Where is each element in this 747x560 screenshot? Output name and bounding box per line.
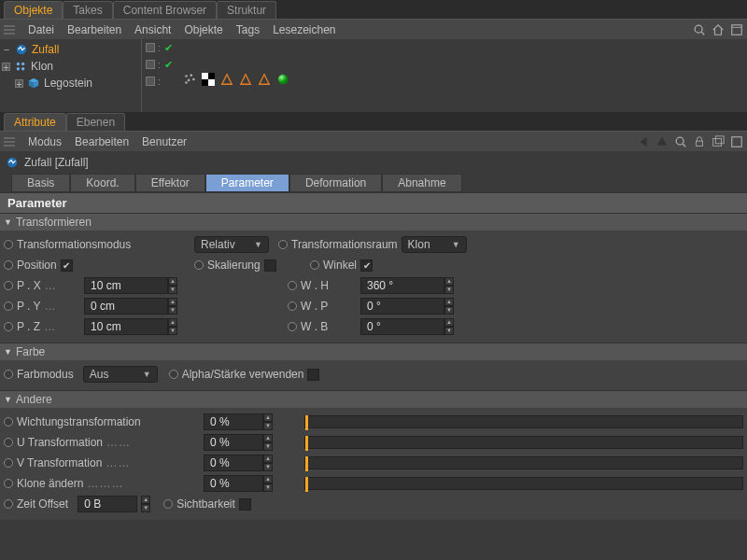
anim-dot[interactable] [278, 240, 288, 249]
anim-dot[interactable] [169, 370, 178, 379]
layer-cell[interactable]: :✔ [142, 56, 179, 73]
layer-options-icon[interactable]: : [158, 43, 162, 53]
checker-tag-icon[interactable] [202, 73, 215, 86]
spinner-pz[interactable]: ▲▼ [168, 318, 177, 335]
checkbox-sichtbarkeit[interactable] [239, 498, 251, 511]
spinner-wp[interactable]: ▲▼ [444, 298, 454, 315]
maximize-icon[interactable] [730, 23, 743, 36]
input-pz[interactable]: 10 cm [84, 318, 168, 335]
lock-icon[interactable] [693, 135, 706, 148]
anim-dot[interactable] [4, 322, 13, 331]
menu-tags[interactable]: Tags [236, 23, 260, 36]
spinner-px[interactable]: ▲▼ [168, 277, 177, 294]
checkbox-skalierung[interactable] [264, 259, 276, 272]
layer-cell[interactable]: : [142, 73, 179, 90]
tab-content-browser[interactable]: Content Browser [113, 1, 217, 19]
anim-dot[interactable] [4, 281, 13, 290]
home-icon[interactable] [712, 23, 725, 36]
menu-modus[interactable]: Modus [28, 135, 62, 148]
new-window-icon[interactable] [712, 135, 725, 148]
anim-dot[interactable] [4, 499, 13, 509]
slider-weight[interactable] [304, 415, 743, 428]
input-u-transformation[interactable]: 0 % [204, 434, 263, 451]
tab-attribute[interactable]: Attribute [4, 113, 66, 131]
tab-objekte[interactable]: Objekte [4, 1, 63, 19]
warning-tag-icon[interactable] [258, 73, 271, 86]
checkbox-alpha[interactable] [307, 369, 319, 381]
group-header-transformieren[interactable]: ▼ Transformieren [0, 213, 747, 231]
anim-dot[interactable] [4, 438, 13, 447]
expand-icon[interactable]: + [15, 79, 23, 88]
tab-koord[interactable]: Koord. [70, 174, 134, 192]
menu-lesezeichen[interactable]: Lesezeichen [273, 23, 335, 36]
input-wh[interactable]: 360 ° [360, 277, 444, 294]
input-px[interactable]: 10 cm [84, 277, 168, 294]
menu-ansicht[interactable]: Ansicht [134, 23, 171, 36]
menu-benutzer[interactable]: Benutzer [142, 135, 187, 148]
anim-dot[interactable] [310, 260, 319, 270]
nav-up-icon[interactable] [655, 135, 669, 148]
input-v-transformation[interactable]: 0 % [204, 455, 263, 471]
tab-takes[interactable]: Takes [63, 1, 112, 19]
spinner-wh[interactable]: ▲▼ [444, 277, 454, 294]
input-klone-aendern[interactable]: 0 % [204, 475, 263, 492]
anim-dot[interactable] [288, 322, 297, 331]
input-py[interactable]: 0 cm [84, 298, 168, 315]
tab-effektor[interactable]: Effektor [135, 174, 205, 192]
collapse-icon[interactable]: − [2, 44, 11, 55]
anim-dot[interactable] [4, 260, 13, 270]
anim-dot[interactable] [4, 370, 13, 379]
anim-dot[interactable] [4, 240, 13, 249]
nav-back-icon[interactable] [637, 135, 650, 148]
search-icon[interactable] [693, 23, 706, 36]
slider-thumb[interactable] [305, 415, 308, 430]
menu-objekte[interactable]: Objekte [184, 23, 222, 36]
tab-struktur[interactable]: Struktur [217, 1, 276, 19]
spinner-u-transformation[interactable]: ▲▼ [263, 434, 273, 451]
anim-dot[interactable] [288, 281, 297, 290]
slider-thumb[interactable] [305, 477, 308, 492]
material-tag-icon[interactable] [276, 73, 289, 86]
anim-dot[interactable] [163, 499, 173, 509]
menu-datei[interactable]: Datei [28, 23, 54, 36]
anim-dot[interactable] [4, 479, 13, 488]
spinner-klone[interactable]: ▲▼ [263, 475, 273, 492]
input-wb[interactable]: 0 ° [360, 318, 444, 335]
spinner-zeit-offset[interactable]: ▲▼ [141, 496, 150, 512]
group-header-andere[interactable]: ▼ Andere [0, 390, 747, 408]
object-tree[interactable]: − Zufall + Klon + Legostein [0, 39, 142, 112]
warning-tag-icon[interactable] [220, 73, 233, 86]
tab-abnahme[interactable]: Abnahme [382, 174, 461, 192]
anim-dot[interactable] [288, 301, 297, 311]
dropdown-transformationsmodus[interactable]: Relativ ▼ [194, 236, 269, 253]
spinner-v-transformation[interactable]: ▲▼ [263, 455, 273, 471]
grain-tag-icon[interactable] [183, 73, 196, 86]
checkbox-position[interactable]: ✔ [61, 259, 73, 272]
layer-options-icon[interactable]: : [158, 77, 162, 87]
expand-icon[interactable]: + [2, 63, 10, 71]
anim-dot[interactable] [4, 301, 13, 311]
spinner-weight[interactable]: ▲▼ [263, 413, 273, 430]
search-icon[interactable] [674, 135, 687, 148]
slider-v-transformation[interactable] [304, 456, 743, 469]
anim-dot[interactable] [194, 260, 204, 270]
spinner-wb[interactable]: ▲▼ [444, 318, 454, 335]
maximize-icon[interactable] [730, 135, 743, 148]
slider-klone-aendern[interactable] [304, 477, 743, 490]
layer-cell[interactable]: :✔ [142, 39, 179, 56]
slider-thumb[interactable] [305, 456, 308, 471]
dropdown-transformationsraum[interactable]: Klon ▼ [402, 236, 467, 253]
menu-bearbeiten[interactable]: Bearbeiten [75, 135, 129, 148]
slider-thumb[interactable] [305, 436, 308, 451]
group-header-farbe[interactable]: ▼ Farbe [0, 343, 747, 360]
tab-parameter[interactable]: Parameter [205, 174, 289, 192]
tree-row-klon[interactable]: + Klon [2, 58, 139, 75]
slider-u-transformation[interactable] [304, 436, 743, 449]
tree-row-legostein[interactable]: + Legostein [2, 75, 139, 91]
input-wp[interactable]: 0 ° [360, 298, 444, 315]
input-zeit-offset[interactable]: 0 B [78, 496, 137, 512]
tab-ebenen[interactable]: Ebenen [66, 113, 125, 131]
tab-deformation[interactable]: Deformation [289, 174, 382, 192]
spinner-py[interactable]: ▲▼ [168, 298, 177, 315]
warning-tag-icon[interactable] [239, 73, 252, 86]
